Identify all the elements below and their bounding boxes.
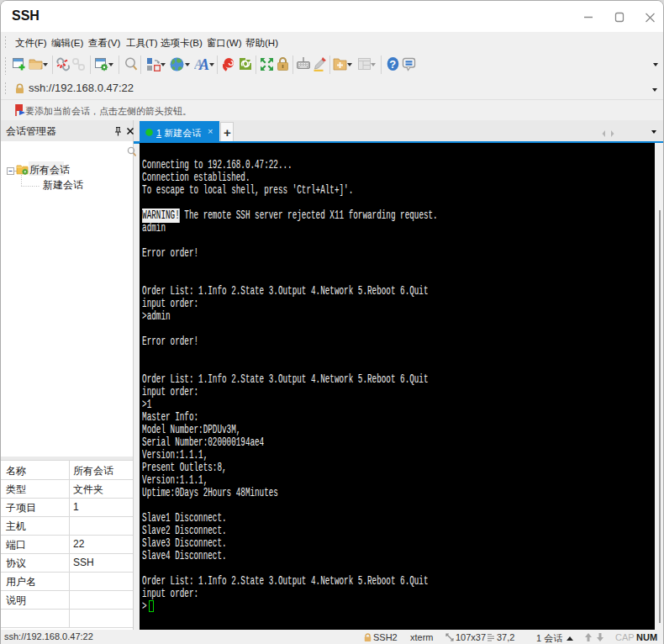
svg-text:A: A <box>198 57 209 71</box>
svg-text:?: ? <box>389 58 396 71</box>
